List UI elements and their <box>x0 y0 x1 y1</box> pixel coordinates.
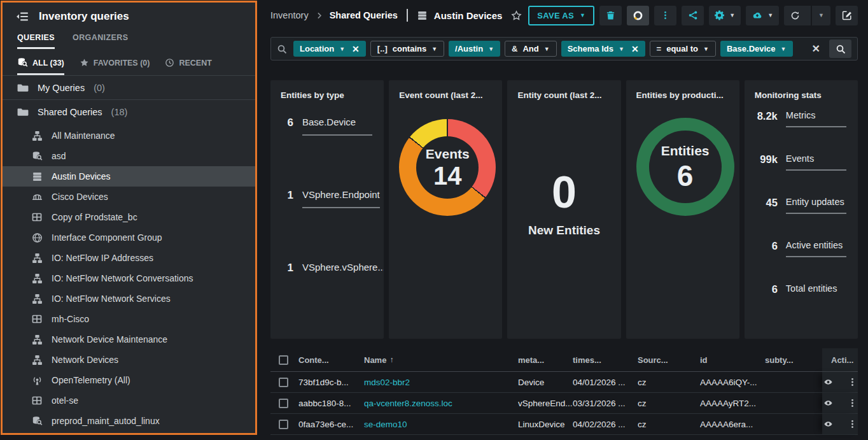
column-header-name[interactable]: Name <box>364 355 386 365</box>
folder-name: Shared Queries <box>38 107 102 117</box>
filter-chip--austin[interactable]: /Austin▼ <box>449 41 500 57</box>
column-header-subty[interactable]: subty... <box>765 355 794 365</box>
column-header-sourc[interactable]: Sourc... <box>638 355 668 365</box>
column-header-meta[interactable]: meta... <box>518 355 544 365</box>
collapse-sidebar-icon[interactable] <box>16 11 29 22</box>
row-checkbox[interactable] <box>279 420 288 429</box>
column-header-times[interactable]: times... <box>573 355 601 365</box>
stat-value: 99k <box>755 153 778 171</box>
edit-button[interactable] <box>836 6 858 25</box>
sidebar-query-item[interactable]: IO: NetFlow Network Conversations <box>2 268 256 288</box>
filter-chip-schema-ids[interactable]: Schema Ids▼✕ <box>561 41 645 57</box>
tab-queries[interactable]: QUERIES <box>17 33 55 49</box>
donut-center-label: Events <box>426 146 470 162</box>
stat-label: Events <box>786 153 846 171</box>
card-title: Entities by producti... <box>636 90 729 100</box>
chip-label: /Austin <box>455 44 483 53</box>
breadcrumb-inventory[interactable]: Inventory <box>270 10 309 20</box>
sidebar-query-item[interactable]: mh-Cisco <box>2 309 256 329</box>
folder-shared-queries[interactable]: Shared Queries (18) <box>2 100 256 124</box>
refresh-segment[interactable] <box>784 6 806 25</box>
card-entities-by-producti: Entities by producti...Entities6 <box>626 80 739 339</box>
filter-chip-equal-to[interactable]: =equal to▼ <box>650 41 716 57</box>
view-icon[interactable] <box>823 378 834 387</box>
table-row: 73bf1d9c-b...mds02-bbr2Device04/01/2026 … <box>270 372 858 393</box>
delete-button[interactable] <box>599 6 622 25</box>
dashboard-cards: Entities by type6Base.Device1VSphere.End… <box>270 80 858 339</box>
query-filter-tabs: ALL (33)FAVORITES (0)RECENT <box>2 49 256 76</box>
share-button[interactable] <box>682 6 704 25</box>
filter-tab-all[interactable]: ALL (33) <box>17 57 64 75</box>
row-menu-icon[interactable] <box>848 398 857 408</box>
cell-id: AAAAA6era... <box>700 420 753 429</box>
tab-organizers[interactable]: ORGANIZERS <box>73 33 128 49</box>
card-title: Monitoring stats <box>755 90 848 100</box>
query-icon <box>17 57 28 68</box>
search-icon <box>277 44 287 54</box>
cell-name[interactable]: qa-vcenter8.zenoss.loc <box>364 399 452 408</box>
events-ring-button[interactable] <box>627 6 649 25</box>
clear-filters-icon[interactable]: ✕ <box>809 43 823 55</box>
sidebar-query-item[interactable]: Cisco Devices <box>2 187 256 207</box>
sidebar-query-item[interactable]: asd <box>2 146 256 166</box>
sidebar-query-item[interactable]: Copy of Prodstate_bc <box>2 207 256 227</box>
row-menu-icon[interactable] <box>848 419 857 429</box>
chip-label: Location <box>300 44 334 53</box>
row-checkbox[interactable] <box>279 378 288 387</box>
sidebar-query-item[interactable]: IO: NetFlow Network Services <box>2 288 256 309</box>
close-icon[interactable]: ✕ <box>631 44 639 54</box>
run-search-button[interactable] <box>829 39 851 58</box>
more-actions-button[interactable] <box>654 6 676 25</box>
column-header-id[interactable]: id <box>700 355 708 365</box>
filter-tab-recent[interactable]: RECENT <box>165 57 211 75</box>
favorite-star-icon[interactable] <box>511 10 522 21</box>
view-icon[interactable] <box>823 420 834 429</box>
row-menu-icon[interactable] <box>848 377 857 387</box>
cell-name[interactable]: se-demo10 <box>364 420 407 429</box>
settings-button[interactable]: ▼ <box>709 6 741 25</box>
sidebar-query-item[interactable]: Network Device Maintenance <box>2 329 256 350</box>
query-icon <box>31 416 43 427</box>
filter-chip-and[interactable]: &And▼ <box>505 41 557 57</box>
chevron-down-icon[interactable]: ▼ <box>811 6 830 25</box>
export-button[interactable]: ▼ <box>746 6 779 25</box>
select-all-checkbox[interactable] <box>279 355 288 365</box>
sidebar-query-item[interactable]: Interface Component Group <box>2 227 256 248</box>
sidebar-query-item[interactable]: All Maintenance <box>2 125 256 146</box>
cell-name[interactable]: mds02-bbr2 <box>364 378 410 387</box>
sidebar-query-item[interactable]: IO: NetFlow IP Addresses <box>2 248 256 268</box>
folder-my-queries[interactable]: My Queries (0) <box>2 76 256 100</box>
save-as-button[interactable]: SAVE AS▼ <box>528 6 594 25</box>
filter-tab-favorites[interactable]: FAVORITES (0) <box>80 57 150 75</box>
ring-icon <box>633 10 643 21</box>
sidebar-query-item[interactable]: Network Devices <box>2 350 256 370</box>
cell-meta: Device <box>518 378 544 387</box>
filter-chip-contains[interactable]: [..]contains▼ <box>370 41 444 57</box>
filter-chip-location[interactable]: Location▼✕ <box>293 41 366 57</box>
cell-context: aabbc180-8... <box>298 399 351 408</box>
column-header-acti[interactable]: Acti... <box>831 355 853 365</box>
sidebar-query-item[interactable]: Austin Devices <box>2 166 256 187</box>
sidebar-query-item[interactable]: otel-se <box>2 390 256 411</box>
close-icon[interactable]: ✕ <box>352 44 360 54</box>
table-icon <box>31 314 43 324</box>
share-icon <box>688 10 698 20</box>
sidebar-query-item[interactable]: preprod_maint_autod_linux <box>2 411 256 431</box>
row-checkbox[interactable] <box>279 399 288 408</box>
cell-context: 73bf1d9c-b... <box>298 378 349 387</box>
stat-row: 8.2kMetrics <box>755 110 848 127</box>
refresh-button[interactable]: ▼ <box>784 6 830 25</box>
breadcrumb-shared-queries[interactable]: Shared Queries <box>330 10 398 20</box>
cell-id: AAAAA6iQY-... <box>700 378 757 387</box>
sidebar-query-item[interactable]: OpenTelemetry (All) <box>2 370 256 390</box>
filter-tab-label: ALL (33) <box>32 59 64 67</box>
view-icon[interactable] <box>823 399 834 408</box>
filter-chip-base-device[interactable]: Base.Device▼ <box>720 41 793 57</box>
stat-value: 1 <box>281 262 293 280</box>
stat-row: 6Base.Device <box>281 117 374 136</box>
column-header-conte[interactable]: Conte... <box>298 355 329 365</box>
card-entity-count-last-2: Entity count (last 2...0New Entities <box>507 80 620 339</box>
sitemap-icon <box>31 273 43 284</box>
new-entities-count: 0 <box>552 170 577 215</box>
cell-meta: vSphereEnd... <box>518 399 573 408</box>
